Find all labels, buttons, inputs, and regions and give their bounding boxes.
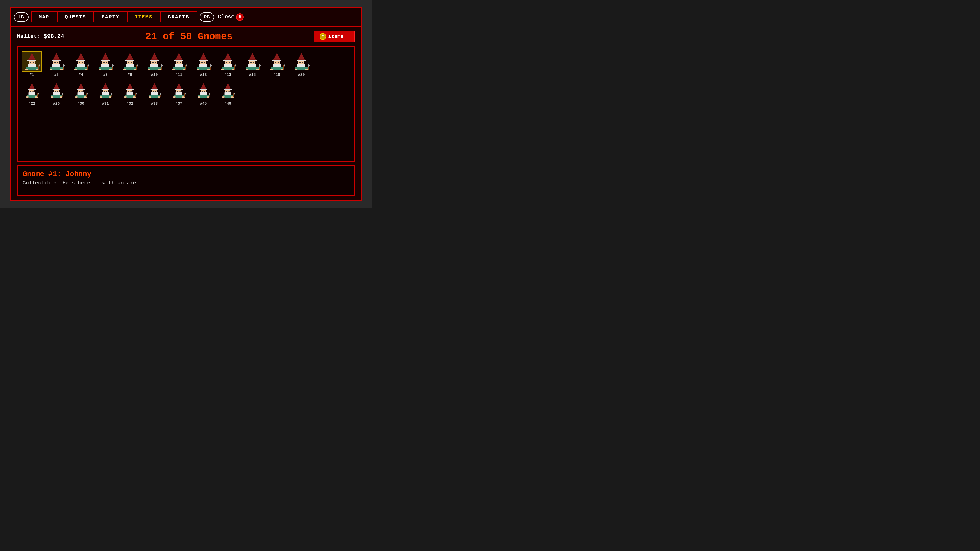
- svg-marker-55: [112, 64, 114, 67]
- svg-rect-7: [28, 67, 36, 70]
- svg-rect-63: [126, 67, 134, 70]
- nav-party-button[interactable]: PARTY: [94, 11, 127, 22]
- gnome-item[interactable]: #20: [291, 51, 312, 77]
- svg-rect-189: [53, 95, 60, 98]
- gnome-label: #12: [200, 73, 207, 77]
- svg-rect-217: [102, 95, 109, 98]
- svg-rect-186: [53, 92, 60, 95]
- svg-marker-139: [259, 64, 261, 67]
- svg-rect-234: [124, 97, 126, 98]
- svg-marker-265: [185, 92, 186, 95]
- svg-rect-34: [82, 62, 83, 63]
- gnome-label: #19: [273, 73, 280, 77]
- gnome-item[interactable]: #10: [144, 51, 165, 77]
- gnomes-count-title: 21 of 50 Gnomes: [64, 31, 314, 42]
- svg-marker-125: [234, 64, 236, 67]
- svg-rect-147: [273, 67, 281, 70]
- svg-rect-76: [155, 62, 156, 63]
- gnome-item[interactable]: #12: [193, 51, 213, 77]
- gnome-label: #11: [175, 73, 182, 77]
- gnome-item[interactable]: #31: [95, 80, 116, 106]
- svg-rect-118: [229, 62, 230, 63]
- gnome-item[interactable]: #9: [120, 51, 140, 77]
- svg-marker-70: [151, 53, 158, 60]
- svg-marker-280: [225, 83, 231, 89]
- svg-rect-164: [295, 68, 298, 70]
- svg-rect-202: [82, 91, 83, 92]
- gnome-item[interactable]: #22: [22, 80, 42, 106]
- svg-rect-145: [275, 62, 276, 63]
- gnome-label: #20: [298, 73, 305, 77]
- rb-button[interactable]: RB: [200, 13, 215, 22]
- svg-marker-209: [86, 92, 88, 95]
- gnome-sprite: [169, 80, 189, 100]
- svg-rect-229: [128, 91, 129, 92]
- svg-rect-61: [128, 62, 129, 63]
- svg-marker-27: [63, 64, 65, 67]
- y-button-icon: Y: [320, 33, 326, 40]
- svg-rect-88: [175, 64, 183, 67]
- svg-rect-243: [153, 91, 154, 92]
- svg-marker-168: [29, 83, 35, 89]
- gnome-item[interactable]: #13: [218, 51, 238, 77]
- gnome-sprite: [218, 51, 238, 72]
- gnome-item[interactable]: #45: [193, 80, 213, 106]
- svg-marker-14: [53, 53, 60, 60]
- svg-rect-5: [30, 62, 31, 63]
- svg-rect-122: [221, 68, 224, 70]
- gnome-item[interactable]: #4: [71, 51, 91, 77]
- lb-button[interactable]: LB: [14, 13, 29, 22]
- svg-marker-0: [28, 53, 35, 60]
- items-badge[interactable]: Y Items: [314, 30, 355, 42]
- svg-rect-206: [75, 97, 77, 98]
- info-panel: Gnome #1: Johnny Collectible: He's here.…: [17, 165, 355, 196]
- gnome-sprite: [144, 80, 165, 100]
- svg-rect-150: [270, 68, 273, 70]
- svg-rect-94: [172, 68, 175, 70]
- nav-items-button[interactable]: ITEMS: [127, 11, 160, 22]
- svg-marker-251: [160, 92, 161, 95]
- svg-rect-287: [224, 95, 231, 98]
- svg-rect-161: [298, 67, 305, 70]
- svg-rect-216: [106, 91, 107, 92]
- gnome-item[interactable]: #37: [169, 80, 189, 106]
- svg-rect-104: [204, 62, 205, 63]
- gnome-label: #26: [53, 102, 60, 106]
- gnome-item[interactable]: #18: [242, 51, 262, 77]
- svg-rect-262: [173, 97, 175, 98]
- gnome-item[interactable]: #11: [169, 51, 189, 77]
- gnome-item[interactable]: #33: [144, 80, 165, 106]
- gnome-item[interactable]: #1: [22, 51, 42, 77]
- nav-crafts-button[interactable]: CRAFTS: [160, 11, 197, 22]
- svg-rect-38: [74, 68, 77, 70]
- nav-quests-button[interactable]: QUESTS: [57, 11, 94, 22]
- gnome-item[interactable]: #30: [71, 80, 91, 106]
- svg-rect-158: [298, 64, 305, 67]
- nav-map-button[interactable]: MAP: [31, 11, 57, 22]
- svg-rect-119: [224, 67, 232, 70]
- gnome-sprite: [71, 80, 91, 100]
- svg-rect-32: [77, 64, 85, 67]
- svg-rect-4: [28, 64, 36, 67]
- gnome-item[interactable]: #3: [46, 51, 67, 77]
- gnome-item[interactable]: #32: [120, 80, 140, 106]
- svg-rect-230: [130, 91, 132, 92]
- gnome-item[interactable]: #49: [218, 80, 238, 106]
- svg-rect-89: [177, 62, 178, 63]
- gnome-sprite: [242, 51, 262, 72]
- svg-marker-140: [273, 53, 280, 60]
- svg-rect-187: [55, 91, 56, 92]
- svg-marker-41: [88, 64, 89, 67]
- gnome-item[interactable]: #19: [267, 51, 287, 77]
- gnome-item[interactable]: #26: [46, 80, 67, 106]
- gnome-label: #3: [54, 73, 59, 77]
- gnome-sprite: [22, 80, 42, 100]
- svg-rect-259: [176, 95, 183, 98]
- gnome-sprite: [95, 80, 116, 100]
- svg-marker-279: [209, 92, 210, 95]
- gnome-item[interactable]: #7: [95, 51, 116, 77]
- wallet-display: Wallet: $98.24: [17, 33, 64, 40]
- close-button[interactable]: Close B: [218, 13, 244, 21]
- svg-rect-132: [253, 62, 255, 63]
- gnome-label: #32: [126, 102, 133, 106]
